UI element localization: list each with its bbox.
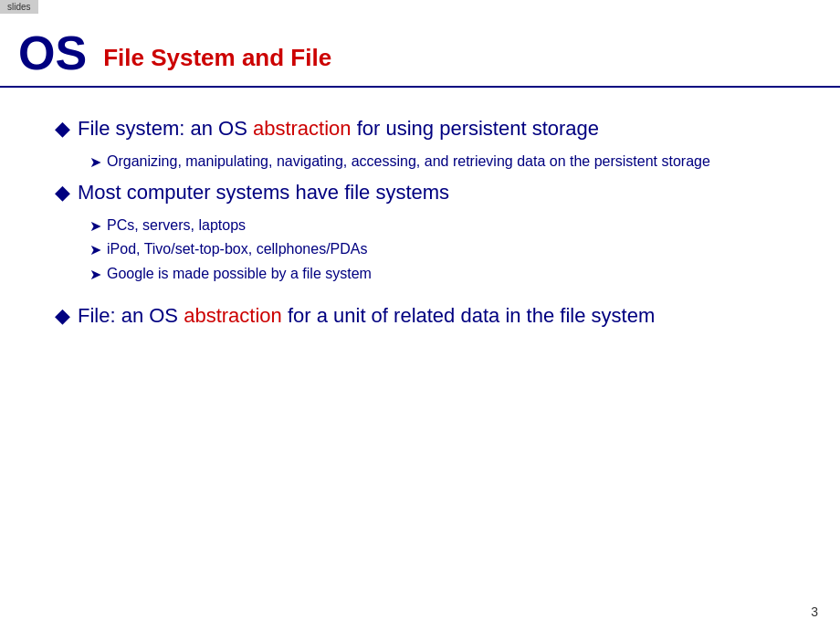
bullet-item-3: ◆ File: an OS abstraction for a unit of … (55, 302, 794, 330)
bullet-text-2: Most computer systems have file systems (78, 179, 449, 206)
page-number: 3 (811, 604, 818, 619)
bullet-diamond-3: ◆ (55, 304, 70, 328)
sub-bullets-1: ➤ Organizing, manipulating, navigating, … (89, 152, 794, 172)
sub-text-2-3: Google is made possible by a file system (107, 264, 372, 284)
bullet-diamond-1: ◆ (55, 117, 70, 141)
slide-tab: slides (0, 0, 38, 14)
sub-arrow-2-1: ➤ (89, 217, 101, 235)
sub-bullet-item-2-3: ➤ Google is made possible by a file syst… (89, 264, 794, 284)
sub-text-1-1: Organizing, manipulating, navigating, ac… (107, 152, 710, 172)
os-label: OS (18, 29, 87, 77)
slide-title: File System and File (103, 35, 331, 72)
slide-content: ◆ File system: an OS abstraction for usi… (0, 88, 840, 357)
bullet-text-1: File system: an OS abstraction for using… (78, 115, 599, 142)
bullet-diamond-2: ◆ (55, 181, 70, 205)
sub-bullets-2: ➤ PCs, servers, laptops ➤ iPod, Tivo/set… (89, 215, 794, 284)
sub-arrow-1-1: ➤ (89, 153, 101, 171)
sub-text-2-1: PCs, servers, laptops (107, 215, 246, 236)
sub-text-2-2: iPod, Tivo/set-top-box, cellphones/PDAs (107, 239, 367, 259)
bullet-item-1: ◆ File system: an OS abstraction for usi… (55, 115, 794, 142)
bullet1-prefix: File system: an OS (78, 117, 253, 140)
sub-arrow-2-3: ➤ (89, 266, 101, 283)
bullet-item-2: ◆ Most computer systems have file system… (55, 179, 794, 206)
bullet-section-3: ◆ File: an OS abstraction for a unit of … (55, 302, 794, 330)
sub-bullet-item-2-2: ➤ iPod, Tivo/set-top-box, cellphones/PDA… (89, 239, 794, 259)
bullet-text-3: File: an OS abstraction for a unit of re… (78, 302, 655, 330)
bullet3-suffix: for a unit of related data in the file s… (282, 304, 655, 327)
sub-bullet-item-1-1: ➤ Organizing, manipulating, navigating, … (89, 152, 794, 172)
bullet1-suffix: for using persistent storage (352, 117, 599, 140)
bullet-section-2: ◆ Most computer systems have file system… (55, 179, 794, 284)
slide-header: OS File System and File (0, 13, 840, 88)
sub-bullet-item-2-1: ➤ PCs, servers, laptops (89, 215, 794, 236)
bullet-section-1: ◆ File system: an OS abstraction for usi… (55, 115, 794, 172)
sub-arrow-2-2: ➤ (89, 241, 101, 258)
slide-tab-label: slides (7, 2, 31, 12)
bullet1-highlight: abstraction (253, 117, 352, 140)
bullet3-prefix: File: an OS (78, 304, 184, 327)
bullet3-highlight: abstraction (184, 304, 282, 327)
